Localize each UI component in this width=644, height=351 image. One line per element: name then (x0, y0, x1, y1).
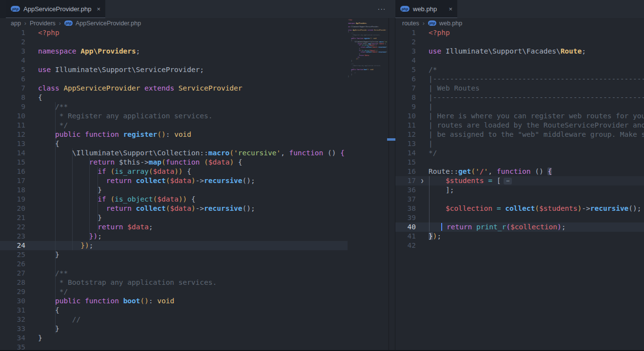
line-number[interactable]: 12 (395, 130, 416, 139)
close-icon[interactable]: × (97, 5, 100, 13)
line-number[interactable]: 4 (0, 56, 25, 65)
line-number[interactable]: 3 (395, 47, 416, 56)
code-line[interactable]: 9 /** (0, 102, 348, 111)
breadcrumb-item[interactable]: app (11, 20, 21, 27)
code-line[interactable]: 7| Web Routes (395, 84, 644, 93)
code-line[interactable]: 12| be assigned to the "web" middleware … (395, 130, 644, 139)
line-number[interactable]: 2 (0, 37, 25, 47)
line-number[interactable]: 30 (0, 296, 25, 306)
line-number[interactable]: 2 (395, 37, 416, 47)
code-line[interactable]: 1<?php (395, 28, 644, 37)
line-number[interactable]: 11 (0, 121, 25, 130)
breadcrumb-item[interactable]: Providers (30, 20, 56, 27)
code-line[interactable]: 6 (0, 74, 348, 84)
folded-code-badge[interactable]: ⋯ (504, 178, 512, 185)
code-line[interactable]: 38 $collection = collect($students)->rec… (395, 204, 644, 213)
code-line[interactable]: 4 (0, 56, 348, 65)
code-line[interactable]: 3use Illuminate\Support\Facades\Route; (395, 47, 644, 56)
line-number[interactable]: 21 (0, 213, 25, 222)
line-number[interactable]: 13 (395, 139, 416, 148)
code-line[interactable]: 8|--------------------------------------… (395, 93, 644, 102)
code-line[interactable]: 13| (395, 139, 644, 148)
code-line[interactable]: 17❯ $students = [⋯ (395, 176, 644, 185)
line-number[interactable]: 17 (395, 176, 416, 185)
breadcrumb-file[interactable]: AppServiceProvider.php (76, 20, 141, 27)
line-number[interactable]: 26 (0, 259, 25, 269)
code-line[interactable]: 22 return $data; (0, 222, 348, 232)
code-line[interactable]: 23 }); (0, 232, 348, 241)
code-line[interactable]: 10 * Register any application services. (0, 111, 348, 121)
code-line[interactable]: 34} (0, 333, 348, 343)
code-line[interactable]: 36 ]; (395, 185, 644, 195)
line-number[interactable]: 19 (0, 195, 25, 204)
line-number[interactable]: 18 (0, 185, 25, 195)
minimap[interactable]: <?phpnamespace App\Providers;use Illumin… (348, 19, 387, 111)
line-number[interactable]: 13 (0, 139, 25, 148)
code-line[interactable]: 24 }); (0, 241, 348, 250)
line-number[interactable]: 17 (0, 176, 25, 185)
code-line[interactable]: 4 (395, 56, 644, 65)
line-number[interactable]: 16 (0, 167, 25, 176)
more-actions-button[interactable]: ··· (374, 3, 389, 15)
code-line[interactable]: 21 } (0, 213, 348, 222)
code-line[interactable]: 28 * Bootstrap any application services. (0, 278, 348, 287)
code-line[interactable]: 40 return print_r($collection); (395, 222, 644, 232)
code-line[interactable]: 11| routes are loaded by the RouteServic… (395, 121, 644, 130)
line-number[interactable]: 34 (0, 333, 25, 343)
tab-webphp[interactable]: php web.php × (395, 0, 457, 18)
line-number[interactable]: 8 (0, 93, 25, 102)
code-line[interactable]: 27 /** (0, 269, 348, 278)
line-number[interactable]: 33 (0, 324, 25, 333)
code-line[interactable]: 18 } (0, 185, 348, 195)
line-number[interactable]: 14 (395, 148, 416, 158)
code-line[interactable]: 26 (0, 259, 348, 269)
code-line[interactable]: 16 if (is_array($data)) { (0, 167, 348, 176)
line-number[interactable]: 15 (0, 158, 25, 167)
code-line[interactable]: 11 */ (0, 121, 348, 130)
code-line[interactable]: 14 \Illuminate\Support\Collection::macro… (0, 148, 348, 158)
line-number[interactable]: 42 (395, 241, 416, 250)
code-line[interactable]: 20 return collect($data)->recursive(); (0, 204, 348, 213)
code-line[interactable]: 42 (395, 241, 644, 250)
line-number[interactable]: 5 (395, 65, 416, 74)
line-number[interactable]: 24 (0, 241, 25, 250)
code-line[interactable]: 7class AppServiceProvider extends Servic… (0, 84, 348, 93)
line-number[interactable]: 1 (395, 28, 416, 37)
code-line[interactable]: 39 (395, 213, 644, 222)
code-line[interactable]: 19 if (is_object($data)) { (0, 195, 348, 204)
code-line[interactable]: 2 (0, 37, 348, 47)
code-line[interactable]: 32 // (0, 315, 348, 324)
line-number[interactable]: 15 (395, 158, 416, 167)
code-line[interactable]: 2 (395, 37, 644, 47)
code-editor[interactable]: 1<?php23namespace App\Providers;45use Il… (0, 28, 389, 351)
line-number[interactable]: 20 (0, 204, 25, 213)
code-line[interactable]: 12 public function register(): void (0, 130, 348, 139)
tab-appserviceprovider[interactable]: php AppServiceProvider.php × (6, 0, 105, 18)
line-number[interactable]: 4 (395, 56, 416, 65)
code-line[interactable]: 41}); (395, 232, 644, 241)
line-number[interactable]: 38 (395, 204, 416, 213)
code-line[interactable]: 33 } (0, 324, 348, 333)
code-line[interactable]: 8{ (0, 93, 348, 102)
line-number[interactable]: 31 (0, 306, 25, 315)
line-number[interactable]: 9 (0, 102, 25, 111)
line-number[interactable]: 3 (0, 47, 25, 56)
breadcrumb-item[interactable]: routes (402, 20, 419, 27)
fold-chevron-icon[interactable]: ❯ (416, 176, 429, 185)
code-line[interactable]: 1<?php (0, 28, 348, 37)
code-line[interactable]: 16Route::get('/', function () { (395, 167, 644, 176)
line-number[interactable]: 12 (0, 130, 25, 139)
line-number[interactable]: 22 (0, 222, 25, 232)
code-line[interactable]: 37 (395, 195, 644, 204)
code-line[interactable]: 25 } (0, 250, 348, 259)
line-number[interactable]: 10 (0, 111, 25, 121)
code-line[interactable]: 17 return collect($data)->recursive(); (0, 176, 348, 185)
code-line[interactable]: 29 */ (0, 287, 348, 296)
line-number[interactable]: 41 (395, 232, 416, 241)
line-number[interactable]: 6 (0, 74, 25, 84)
code-line[interactable]: 3namespace App\Providers; (0, 47, 348, 56)
line-number[interactable]: 1 (0, 28, 25, 37)
line-number[interactable]: 9 (395, 102, 416, 111)
line-number[interactable]: 27 (0, 269, 25, 278)
line-number[interactable]: 28 (0, 278, 25, 287)
